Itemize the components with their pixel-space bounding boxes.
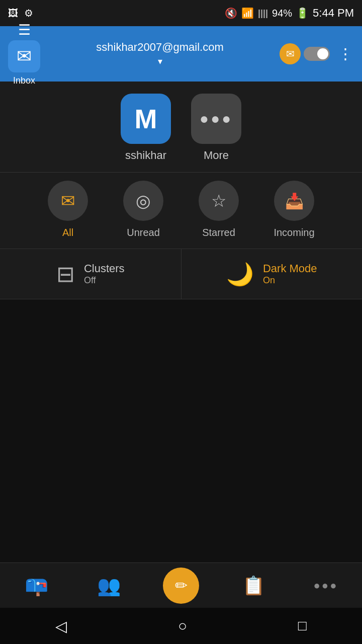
nav-inbox[interactable]: 📪: [16, 566, 56, 606]
all-icon-circle: ✉: [48, 181, 88, 221]
home-button[interactable]: ○: [178, 617, 187, 634]
incoming-icon-circle: 📥: [274, 181, 314, 221]
options-row: ⊟ Clusters Off 🌙 Dark Mode On: [0, 249, 362, 299]
shortcut-more[interactable]: ●●● More: [191, 94, 241, 162]
darkmode-subtitle: On: [263, 275, 317, 286]
shortcuts-area: M sshikhar ●●● More: [0, 82, 362, 173]
hamburger-icon[interactable]: ☰: [18, 22, 31, 38]
compose-icon: ✏: [175, 577, 188, 594]
mail-icon: ✉: [17, 46, 32, 67]
nav-tasks[interactable]: 📋: [233, 566, 274, 606]
tab-unread[interactable]: ◎ Unread: [111, 181, 176, 238]
all-icon: ✉: [61, 191, 75, 211]
chevron-down-icon[interactable]: ▾: [158, 56, 162, 67]
tab-all[interactable]: ✉ All: [35, 181, 101, 238]
starred-icon: ☆: [211, 191, 226, 211]
tab-all-label: All: [62, 227, 73, 238]
darkmode-title: Dark Mode: [263, 262, 317, 275]
more-app-icon: ●●●: [191, 94, 241, 144]
shortcut-sshikhar[interactable]: M sshikhar: [121, 94, 171, 162]
more-dots-icon: ●●●: [200, 110, 233, 127]
clusters-text: Clusters Off: [84, 262, 125, 286]
status-bar: 🖼 ⚙ 🔇 📶 |||| 94% 🔋 5:44 PM: [0, 0, 362, 26]
android-nav-bar: ◁ ○ □: [0, 608, 362, 644]
wifi-icon: 📶: [241, 7, 254, 19]
bottom-nav: 📪 👥 ✏ 📋 ●●●: [0, 562, 362, 608]
sshikhar-app-icon: M: [121, 94, 171, 144]
inbox-label: Inbox: [13, 75, 35, 86]
tab-unread-label: Unread: [127, 227, 160, 238]
recents-button[interactable]: □: [298, 618, 307, 634]
unread-icon: ◎: [136, 191, 151, 211]
darkmode-option[interactable]: 🌙 Dark Mode On: [182, 249, 363, 299]
contacts-nav-icon: 👥: [97, 575, 121, 597]
header-nav-left[interactable]: ☰ ✉ Inbox: [8, 22, 40, 86]
filter-tabs: ✉ All ◎ Unread ☆ Starred 📥 Incoming: [0, 173, 362, 249]
more-nav-icon: ●●●: [314, 579, 338, 592]
moon-icon: 🌙: [226, 261, 254, 287]
main-content: [0, 299, 362, 561]
notification-toggle[interactable]: ✉: [280, 43, 330, 64]
starred-icon-circle: ☆: [199, 181, 239, 221]
nav-compose[interactable]: ✏: [161, 566, 201, 606]
tasks-nav-icon: 📋: [242, 575, 265, 596]
battery-percent: 94%: [272, 8, 292, 19]
tab-incoming-label: Incoming: [274, 227, 314, 238]
clusters-subtitle: Off: [84, 275, 125, 286]
tab-starred[interactable]: ☆ Starred: [186, 181, 251, 238]
compose-button[interactable]: ✏: [163, 568, 199, 604]
header-email: sshikhar2007@gmail.com: [96, 41, 223, 54]
darkmode-text: Dark Mode On: [263, 262, 317, 286]
clusters-title: Clusters: [84, 262, 125, 275]
more-options-button[interactable]: ⋮: [338, 46, 354, 61]
nav-contacts[interactable]: 👥: [88, 566, 129, 606]
back-button[interactable]: ◁: [55, 617, 67, 635]
tab-incoming[interactable]: 📥 Incoming: [261, 181, 327, 238]
image-icon: 🖼: [8, 8, 18, 19]
envelope-notif-icon: ✉: [286, 48, 295, 60]
status-time: 5:44 PM: [313, 7, 354, 20]
status-bar-right-icons: 🔇 📶 |||| 94% 🔋 5:44 PM: [225, 7, 354, 20]
clusters-icon: ⊟: [56, 261, 75, 287]
inbox-nav-icon: 📪: [25, 575, 48, 597]
inbox-icon-box: ✉: [8, 40, 40, 72]
status-bar-left-icons: 🖼 ⚙: [8, 7, 33, 19]
header-account-area[interactable]: sshikhar2007@gmail.com ▾: [48, 41, 272, 67]
mail-app-icon: M: [135, 103, 157, 134]
header: ☰ ✉ Inbox sshikhar2007@gmail.com ▾ ✉ ⋮: [0, 26, 362, 82]
tab-starred-label: Starred: [202, 227, 235, 238]
incoming-icon: 📥: [285, 192, 304, 210]
clusters-option[interactable]: ⊟ Clusters Off: [0, 249, 182, 299]
unread-icon-circle: ◎: [123, 181, 163, 221]
battery-icon: 🔋: [296, 7, 309, 19]
signal-icon: ||||: [258, 8, 268, 19]
nav-more[interactable]: ●●●: [306, 566, 346, 606]
sshikhar-label: sshikhar: [125, 149, 166, 162]
notification-switch[interactable]: [304, 47, 330, 61]
more-label: More: [204, 149, 229, 162]
usb-icon: ⚙: [24, 7, 33, 19]
header-actions: ✉ ⋮: [280, 43, 354, 64]
notification-icon: ✉: [280, 43, 301, 64]
mute-icon: 🔇: [225, 7, 237, 19]
